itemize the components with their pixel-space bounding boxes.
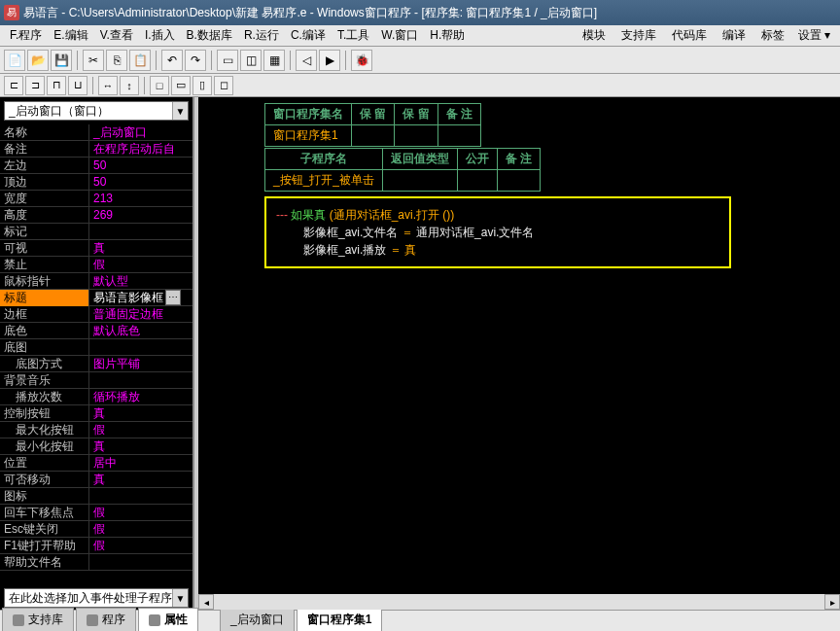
property-row[interactable]: 禁止假 [0, 257, 192, 273]
save-icon[interactable]: 💾 [51, 50, 72, 71]
property-row[interactable]: 底图方式图片平铺 [0, 356, 192, 372]
menu-settings[interactable]: 设置 ▾ [792, 25, 836, 46]
menu-support-lib[interactable]: 支持库 [613, 25, 664, 46]
property-row[interactable]: 播放次数循环播放 [0, 389, 192, 405]
property-value[interactable]: 默认底色 [89, 323, 192, 339]
property-row[interactable]: 背景音乐 [0, 372, 192, 389]
property-value[interactable]: 普通固定边框 [89, 306, 192, 323]
property-row[interactable]: 名称_启动窗口 [0, 124, 192, 141]
dist2-icon[interactable]: ↕ [120, 76, 139, 95]
undo-icon[interactable]: ↶ [161, 50, 183, 71]
size1-icon[interactable]: □ [150, 76, 169, 95]
sub-name-cell[interactable]: _按钮_打开_被单击 [265, 170, 383, 192]
dist1-icon[interactable]: ↔ [98, 76, 118, 95]
run-icon[interactable]: ▶ [319, 50, 340, 71]
property-row[interactable]: F1键打开帮助假 [0, 538, 192, 554]
property-value[interactable]: 假 [89, 521, 192, 538]
debug-icon[interactable]: 🐞 [351, 50, 372, 71]
property-row[interactable]: 边框普通固定边框 [0, 306, 192, 323]
size2-icon[interactable]: ▭ [171, 76, 191, 95]
menu-tools[interactable]: T.工具 [332, 25, 375, 46]
property-value[interactable]: 在程序启动后自 [89, 141, 192, 158]
property-value[interactable]: 269 [89, 208, 192, 222]
size4-icon[interactable]: ◻ [214, 76, 233, 95]
property-value[interactable]: _启动窗口 [89, 124, 192, 141]
open-icon[interactable]: 📂 [27, 50, 49, 71]
property-value[interactable]: 213 [89, 192, 192, 205]
property-row[interactable]: 控制按钮真 [0, 405, 192, 422]
menu-compile2[interactable]: 编译 [715, 25, 753, 46]
property-value[interactable]: 真 [89, 240, 192, 257]
tab-window-set[interactable]: 窗口程序集1 [297, 608, 383, 631]
prev-icon[interactable]: ◁ [296, 50, 317, 71]
tab-support-lib[interactable]: 支持库 [2, 608, 74, 631]
property-row[interactable]: 宽度213 [0, 191, 192, 207]
horizontal-scrollbar[interactable]: ◂ ▸ [198, 594, 840, 610]
tab-program[interactable]: 程序 [76, 608, 136, 631]
menu-edit[interactable]: E.编辑 [48, 25, 93, 46]
property-grid[interactable]: 名称_启动窗口备注在程序启动后自左边50顶边50宽度213高度269标记可视真禁… [0, 124, 192, 586]
menu-code-lib[interactable]: 代码库 [664, 25, 715, 46]
property-row[interactable]: 鼠标指针默认型 [0, 273, 192, 290]
property-row[interactable]: 底色默认底色 [0, 323, 192, 339]
chevron-down-icon[interactable]: ▼ [172, 589, 188, 607]
layout3-icon[interactable]: ▦ [263, 50, 285, 71]
property-row[interactable]: 位置居中 [0, 455, 192, 472]
property-row[interactable]: 标题易语言影像框⋯ [0, 290, 192, 306]
menu-compile[interactable]: C.编译 [285, 25, 332, 46]
property-row[interactable]: 帮助文件名 [0, 554, 192, 571]
property-value[interactable]: 假 [89, 422, 192, 438]
property-row[interactable]: 备注在程序启动后自 [0, 141, 192, 158]
menu-window[interactable]: W.窗口 [375, 25, 424, 46]
property-value[interactable]: 50 [89, 158, 192, 172]
menu-tags[interactable]: 标签 [753, 25, 792, 46]
property-row[interactable]: 底图 [0, 339, 192, 356]
property-value[interactable]: 假 [89, 257, 192, 273]
scroll-left-icon[interactable]: ◂ [198, 594, 214, 610]
component-selector[interactable]: _启动窗口（窗口） ▼ [4, 101, 189, 121]
paste-icon[interactable]: 📋 [129, 50, 151, 71]
cut-icon[interactable]: ✂ [83, 50, 104, 71]
property-row[interactable]: 图标 [0, 488, 192, 505]
sub-table[interactable]: 子程序名 返回值类型 公开 备 注 _按钮_打开_被单击 [264, 148, 541, 192]
align3-icon[interactable]: ⊓ [47, 76, 66, 95]
property-value[interactable]: 真 [89, 472, 192, 488]
property-value[interactable]: 真 [89, 405, 192, 422]
module-name-cell[interactable]: 窗口程序集1 [265, 125, 352, 147]
code-block[interactable]: --- 如果真 (通用对话框_avi.打开 ()) 影像框_avi.文件名 ＝ … [264, 196, 731, 268]
new-icon[interactable]: 📄 [4, 50, 25, 71]
menu-file[interactable]: F.程序 [4, 25, 48, 46]
align2-icon[interactable]: ⊐ [25, 76, 45, 95]
property-value[interactable]: 默认型 [89, 273, 192, 290]
property-value[interactable]: 假 [89, 538, 192, 554]
scroll-right-icon[interactable]: ▸ [824, 594, 840, 610]
property-row[interactable]: 回车下移焦点假 [0, 505, 192, 521]
property-value[interactable]: 居中 [89, 455, 192, 472]
property-value[interactable]: 50 [89, 175, 192, 189]
align4-icon[interactable]: ⊔ [68, 76, 88, 95]
chevron-down-icon[interactable]: ▼ [172, 102, 188, 120]
property-row[interactable]: 顶边50 [0, 174, 192, 191]
menu-database[interactable]: B.数据库 [181, 25, 238, 46]
align1-icon[interactable]: ⊏ [4, 76, 23, 95]
tab-start-window[interactable]: _启动窗口 [220, 608, 295, 631]
property-row[interactable]: 最小化按钮真 [0, 438, 192, 455]
tab-properties[interactable]: 属性 [138, 608, 198, 631]
ellipsis-button[interactable]: ⋯ [165, 290, 181, 305]
redo-icon[interactable]: ↷ [185, 50, 206, 71]
property-row[interactable]: 可视真 [0, 240, 192, 257]
menu-module[interactable]: 模块 [575, 25, 613, 46]
menu-view[interactable]: V.查看 [94, 25, 139, 46]
property-row[interactable]: 标记 [0, 224, 192, 240]
property-row[interactable]: 最大化按钮假 [0, 422, 192, 438]
property-value[interactable]: 易语言影像框⋯ [89, 290, 192, 306]
copy-icon[interactable]: ⎘ [106, 50, 127, 71]
scroll-track[interactable] [214, 594, 824, 610]
property-row[interactable]: Esc键关闭假 [0, 521, 192, 538]
property-value[interactable]: 图片平铺 [89, 356, 192, 372]
property-value[interactable]: 真 [89, 438, 192, 455]
property-value[interactable]: 循环播放 [89, 389, 192, 405]
menu-help[interactable]: H.帮助 [424, 25, 471, 46]
property-row[interactable]: 高度269 [0, 207, 192, 224]
menu-insert[interactable]: I.插入 [139, 25, 181, 46]
